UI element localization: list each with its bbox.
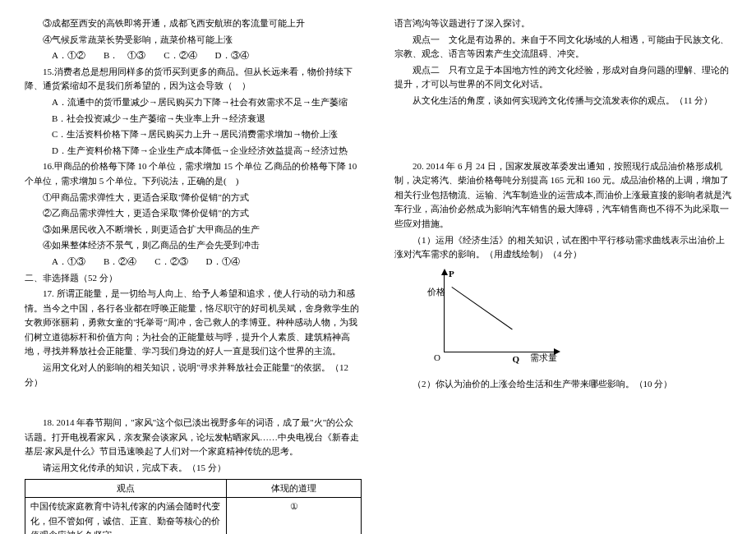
options-14: A．①② B． ①③ C．②④ D．③④ xyxy=(25,48,362,63)
question-18-task: 请运用文化传承的知识，完成下表。（15 分） xyxy=(25,461,362,476)
y-axis-arrow-icon xyxy=(441,269,448,275)
left-column: ③成都至西安的高铁即将开通，成都飞西安航班的客流量可能上升 ④气候反常蔬菜长势受… xyxy=(25,16,362,534)
viewpoint-table: 观点 体现的道理 中国传统家庭教育中诗礼传家的内涵会随时代变化，但不管如何，诚信… xyxy=(25,479,362,534)
q15-opt-c: C．生活资料价格下降→居民购买力上升→居民消费需求增加→物价上涨 xyxy=(25,127,362,142)
demand-curve-line xyxy=(451,287,512,329)
question-20-part2: （2）你认为油价的上涨会给生活和生产带来哪些影响。（10 分） xyxy=(394,377,731,392)
table-header-view: 观点 xyxy=(25,479,227,498)
label-price: 价格 xyxy=(427,285,445,300)
table-header-reason: 体现的道理 xyxy=(227,479,362,498)
question-18-stem: 18. 2014 年春节期间，"家风"这个似已淡出视野多年的词语，成了最"火"的… xyxy=(25,416,362,459)
viewpoint-1: 观点一 文化是有边界的。来自于不同文化场域的人相遇，可能由于民族文化、宗教、观念… xyxy=(394,33,731,62)
item-3: ③成都至西安的高铁即将开通，成都飞西安航班的客流量可能上升 xyxy=(25,16,362,31)
q19-task: 从文化生活的角度，谈如何实现跨文化传播与交流发表你的观点。（11 分） xyxy=(394,94,731,108)
question-17-task: 运用文化对人的影响的相关知识，说明"寻求并释放社会正能量"的依据。（12 分） xyxy=(25,361,362,389)
viewpoint-2: 观点二 只有立足于本国地方性的跨文化经验，形成对自身问题的理解、理论的提升，才可… xyxy=(394,63,731,92)
demand-curve-chart: P 价格 O Q 需求量 xyxy=(427,270,559,369)
q15-opt-d: D．生产资料价格下降→企业生产成本降低→企业经济效益提高→经济过热 xyxy=(25,144,362,159)
q16-item-2: ②乙商品需求弹性大，更适合采取"降价促销"的方式 xyxy=(25,206,362,221)
right-column: 语言鸿沟等议题进行了深入探讨。 观点一 文化是有边界的。来自于不同文化场域的人相… xyxy=(394,16,731,534)
q15-opt-a: A．流通中的货币量减少→居民购买力下降→社会有效需求不足→生产萎缩 xyxy=(25,95,362,110)
q16-item-4: ④如果整体经济不景气，则乙商品的生产会先受到冲击 xyxy=(25,238,362,253)
table-cell-view: 中国传统家庭教育中诗礼传家的内涵会随时代变化，但不管如何，诚信、正直、勤奋等核心… xyxy=(25,498,227,534)
item-4: ④气候反常蔬菜长势受影响，蔬菜价格可能上涨 xyxy=(25,33,362,48)
section-2-header: 二、非选择题（52 分） xyxy=(25,271,362,286)
question-20-part1: （1）运用《经济生活》的相关知识，试在图中平行移动需求曲线表示出油价上涨对汽车需… xyxy=(394,233,731,262)
q16-item-3: ③如果居民收入不断增长，则更适合扩大甲商品的生产 xyxy=(25,223,362,237)
y-axis xyxy=(444,270,445,352)
q19-cont: 语言鸿沟等议题进行了深入探讨。 xyxy=(394,16,731,31)
q16-item-1: ①甲商品需求弹性大，更适合采取"降价促销"的方式 xyxy=(25,191,362,205)
q15-opt-b: B．社会投资减少→生产萎缩→失业率上升→经济衰退 xyxy=(25,112,362,127)
label-origin: O xyxy=(434,351,440,366)
q16-options: A．①③ B．②④ C．②③ D．①④ xyxy=(25,255,362,269)
label-q: Q xyxy=(512,352,519,367)
table-cell-answer: ① xyxy=(227,498,362,534)
table-row: 中国传统家庭教育中诗礼传家的内涵会随时代变化，但不管如何，诚信、正直、勤奋等核心… xyxy=(25,498,362,534)
label-quantity: 需求量 xyxy=(530,351,557,366)
question-20-stem: 20. 2014 年 6 月 24 日，国家发展改革委发出通知，按照现行成品油价… xyxy=(394,159,731,232)
question-16: 16.甲商品的价格每下降 10 个单位，需求增加 15 个单位 乙商品的价格每下… xyxy=(25,159,362,188)
question-17-stem: 17. 所谓正能量，是一切给与人向上、给予人希望和追求，使人行动的动力和感情。当… xyxy=(25,287,362,359)
blank-space xyxy=(25,391,362,416)
blank-space xyxy=(394,110,731,159)
label-p: P xyxy=(449,267,454,282)
question-15: 15.消费者总是想用同样多的货币买到更多的商品。但从长远来看，物价持续下降、通货… xyxy=(25,65,362,94)
